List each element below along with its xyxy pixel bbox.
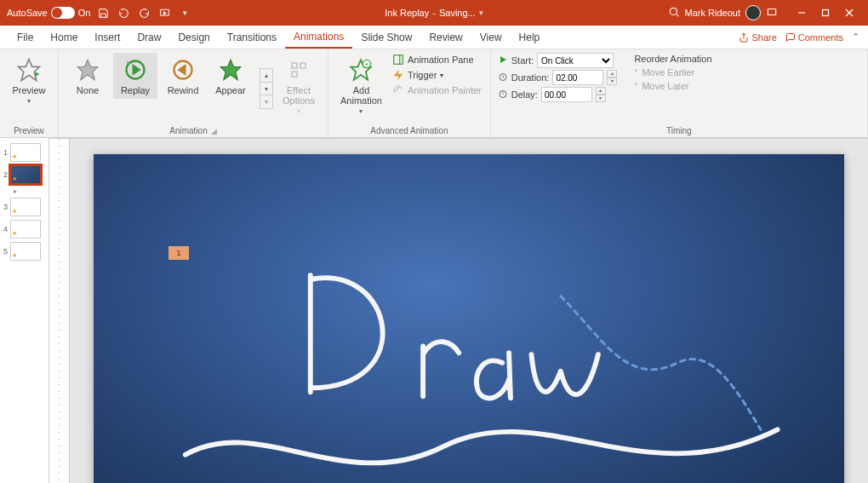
search-icon[interactable] [668, 6, 680, 20]
tab-animations[interactable]: Animations [285, 26, 352, 49]
preview-button[interactable]: Preview ▾ [7, 53, 51, 108]
svg-rect-5 [823, 10, 829, 16]
trigger-label: Trigger [408, 70, 437, 80]
animation-gallery-nav[interactable]: ▴ ▾ ▿ [260, 68, 273, 109]
tab-home[interactable]: Home [42, 26, 86, 49]
share-icon [739, 32, 749, 43]
workspace: 1★ 2★ ▸ 3★ 4★ 5★ 1 [0, 138, 868, 483]
tab-transitions[interactable]: Transitions [219, 26, 285, 49]
minimize-button[interactable] [790, 1, 814, 25]
tab-help[interactable]: Help [511, 26, 549, 49]
comments-icon [785, 32, 796, 43]
move-earlier-label: Move Earlier [642, 67, 694, 78]
trigger-button[interactable]: Trigger ▾ [391, 68, 483, 82]
save-icon[interactable] [97, 7, 109, 19]
window-controls [790, 1, 861, 25]
comments-button[interactable]: Comments [785, 32, 843, 43]
gallery-down-icon[interactable]: ▾ [260, 83, 272, 96]
duration-spinner[interactable]: ▴▾ [607, 70, 617, 85]
reorder-heading: Reorder Animation [632, 53, 713, 65]
doc-title-text: Ink Replay [385, 8, 429, 18]
tab-review[interactable]: Review [420, 26, 471, 49]
toggle-switch-icon [51, 7, 75, 19]
add-animation-button[interactable]: + Add Animation ▾ [335, 53, 387, 118]
ink-drawing[interactable] [94, 154, 844, 483]
svg-marker-9 [19, 60, 40, 81]
painter-icon [392, 84, 404, 96]
effect-options-icon [285, 56, 312, 83]
avatar-icon[interactable] [745, 5, 761, 20]
autosave-toggle[interactable]: AutoSave On [7, 7, 90, 19]
ribbon-display-icon[interactable] [766, 6, 778, 20]
move-earlier-icon: ˄ [634, 68, 638, 78]
undo-icon[interactable] [117, 7, 129, 19]
group-timing: Start: On Click Duration: ▴▾ Delay: ▴▾ [491, 49, 868, 137]
comments-label: Comments [798, 32, 843, 43]
tab-view[interactable]: View [471, 26, 511, 49]
thumb-4-row: 4★ [3, 220, 45, 239]
move-earlier-button: ˄ Move Earlier [632, 66, 713, 78]
slide-canvas[interactable]: 1 [94, 154, 844, 483]
animation-appear[interactable]: Appear [208, 53, 253, 99]
delay-spinner[interactable]: ▴▾ [596, 87, 606, 102]
group-animation-label: Animation [169, 126, 207, 135]
start-slideshow-icon[interactable] [158, 7, 170, 19]
animation-pane-button[interactable]: Animation Pane [391, 53, 483, 66]
add-animation-label: Add Animation [340, 85, 382, 106]
group-timing-label: Timing [498, 124, 860, 135]
animation-launcher-icon[interactable]: ◢ [211, 127, 217, 135]
thumb-1-row: 1★ [3, 143, 45, 162]
move-later-button: ˅ Move Later [632, 80, 713, 92]
user-name[interactable]: Mark Rideout [685, 8, 740, 18]
gallery-more-icon[interactable]: ▿ [260, 95, 272, 108]
thumb-2-play-icon[interactable]: ▸ [14, 187, 20, 194]
preview-label: Preview [12, 85, 45, 95]
thumb-5[interactable]: ★ [10, 242, 41, 261]
preview-star-icon [15, 56, 43, 83]
title-dropdown-icon[interactable]: ▾ [479, 9, 483, 17]
thumb-1[interactable]: ★ [10, 143, 41, 162]
svg-marker-13 [134, 66, 140, 73]
preview-dropdown-icon: ▾ [27, 97, 31, 105]
trigger-icon [392, 69, 404, 81]
tab-insert[interactable]: Insert [86, 26, 128, 49]
redo-icon[interactable] [138, 7, 150, 19]
trigger-dropdown-icon: ▾ [440, 72, 443, 79]
move-later-icon: ˅ [634, 82, 638, 91]
tab-design[interactable]: Design [169, 26, 218, 49]
svg-rect-18 [300, 63, 306, 68]
thumb-3[interactable]: ★ [10, 198, 41, 216]
gallery-up-icon[interactable]: ▴ [260, 69, 272, 83]
thumb-2-row: 2★ [3, 165, 45, 184]
svg-marker-15 [179, 66, 185, 73]
thumb-3-row: 3★ [3, 198, 45, 216]
tab-slideshow[interactable]: Slide Show [352, 26, 420, 49]
move-later-label: Move Later [642, 81, 688, 91]
ruler-horizontal [49, 138, 868, 139]
start-row: Start: On Click [498, 53, 618, 68]
animation-pane-label: Animation Pane [408, 55, 474, 65]
delay-input[interactable] [541, 87, 592, 102]
maximize-button[interactable] [814, 1, 837, 25]
animation-rewind[interactable]: Rewind [161, 53, 205, 99]
slide-thumbnails: 1★ 2★ ▸ 3★ 4★ 5★ [0, 138, 49, 483]
title-bar: AutoSave On ▾ Ink Replay - Saving... ▾ M… [0, 0, 868, 26]
canvas-wrap: 1 [70, 139, 868, 483]
animation-replay[interactable]: Replay [113, 53, 157, 99]
ribbon-tabs: File Home Insert Draw Design Transitions… [0, 26, 868, 49]
share-button[interactable]: Share [739, 32, 776, 43]
tab-draw[interactable]: Draw [128, 26, 169, 49]
editor: 1 [49, 138, 868, 483]
tab-file[interactable]: File [9, 26, 42, 49]
svg-rect-17 [292, 63, 297, 68]
duration-input[interactable] [552, 70, 603, 85]
animation-none[interactable]: None [66, 53, 110, 99]
collapse-ribbon-icon[interactable]: ⌃ [852, 32, 859, 43]
autosave-label: AutoSave [7, 8, 48, 18]
qat-dropdown-icon[interactable]: ▾ [179, 7, 191, 19]
delay-icon [498, 89, 508, 101]
thumb-4[interactable]: ★ [10, 220, 41, 239]
thumb-2[interactable]: ★ [10, 165, 41, 184]
start-select[interactable]: On Click [537, 53, 614, 68]
close-button[interactable] [837, 1, 861, 25]
